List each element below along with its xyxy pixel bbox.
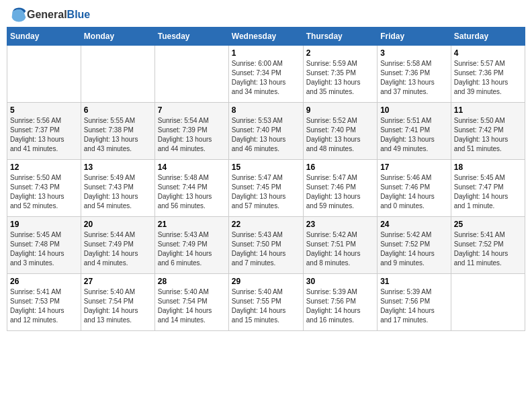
day-cell: 12Sunrise: 5:50 AM Sunset: 7:43 PM Dayli… [7, 160, 81, 217]
day-number: 5 [10, 105, 78, 115]
day-cell: 1Sunrise: 6:00 AM Sunset: 7:34 PM Daylig… [228, 46, 303, 103]
weekday-header-wednesday: Wednesday [228, 28, 303, 46]
day-number: 6 [84, 105, 152, 115]
day-cell [81, 46, 154, 103]
day-cell: 10Sunrise: 5:51 AM Sunset: 7:41 PM Dayli… [378, 103, 451, 160]
day-number: 17 [380, 163, 448, 172]
day-number: 9 [306, 105, 374, 115]
day-number: 29 [232, 277, 300, 286]
day-cell: 8Sunrise: 5:53 AM Sunset: 7:40 PM Daylig… [228, 103, 303, 160]
day-info: Sunrise: 5:42 AM Sunset: 7:52 PM Dayligh… [380, 230, 448, 268]
day-info: Sunrise: 5:50 AM Sunset: 7:42 PM Dayligh… [454, 116, 522, 154]
day-number: 20 [84, 220, 152, 229]
day-info: Sunrise: 5:59 AM Sunset: 7:35 PM Dayligh… [306, 59, 374, 97]
day-number: 27 [84, 277, 152, 286]
weekday-header-sunday: Sunday [7, 28, 81, 46]
day-cell: 6Sunrise: 5:55 AM Sunset: 7:38 PM Daylig… [81, 103, 154, 160]
day-info: Sunrise: 5:49 AM Sunset: 7:43 PM Dayligh… [84, 173, 152, 211]
page-header: GeneralBlue [7, 7, 525, 23]
day-cell: 3Sunrise: 5:58 AM Sunset: 7:36 PM Daylig… [378, 46, 451, 103]
day-number: 10 [380, 105, 448, 115]
day-number: 24 [380, 220, 448, 229]
day-info: Sunrise: 5:54 AM Sunset: 7:39 PM Dayligh… [158, 116, 226, 154]
logo-general: General [27, 9, 67, 20]
day-info: Sunrise: 5:55 AM Sunset: 7:38 PM Dayligh… [84, 116, 152, 154]
week-row-2: 5Sunrise: 5:56 AM Sunset: 7:37 PM Daylig… [7, 103, 525, 160]
day-info: Sunrise: 5:52 AM Sunset: 7:40 PM Dayligh… [306, 116, 374, 154]
day-info: Sunrise: 5:41 AM Sunset: 7:53 PM Dayligh… [10, 287, 78, 325]
week-row-3: 12Sunrise: 5:50 AM Sunset: 7:43 PM Dayli… [7, 160, 525, 217]
day-cell: 14Sunrise: 5:48 AM Sunset: 7:44 PM Dayli… [154, 160, 228, 217]
day-info: Sunrise: 5:57 AM Sunset: 7:36 PM Dayligh… [454, 59, 522, 97]
day-number: 12 [10, 163, 78, 172]
day-number: 3 [380, 48, 448, 58]
day-info: Sunrise: 5:43 AM Sunset: 7:49 PM Dayligh… [158, 230, 226, 268]
weekday-header-friday: Friday [378, 28, 451, 46]
day-number: 1 [232, 48, 300, 58]
day-number: 7 [158, 105, 226, 115]
week-row-1: 1Sunrise: 6:00 AM Sunset: 7:34 PM Daylig… [7, 46, 525, 103]
week-row-5: 26Sunrise: 5:41 AM Sunset: 7:53 PM Dayli… [7, 274, 525, 331]
day-cell: 26Sunrise: 5:41 AM Sunset: 7:53 PM Dayli… [7, 274, 81, 331]
day-number: 4 [454, 48, 522, 58]
logo: GeneralBlue [9, 7, 90, 23]
logo-blue: Blue [67, 9, 91, 20]
day-cell: 20Sunrise: 5:44 AM Sunset: 7:49 PM Dayli… [81, 217, 154, 274]
day-cell: 29Sunrise: 5:40 AM Sunset: 7:55 PM Dayli… [228, 274, 303, 331]
day-cell: 15Sunrise: 5:47 AM Sunset: 7:45 PM Dayli… [228, 160, 303, 217]
day-cell: 4Sunrise: 5:57 AM Sunset: 7:36 PM Daylig… [451, 46, 525, 103]
day-number: 31 [380, 277, 448, 286]
day-info: Sunrise: 5:41 AM Sunset: 7:52 PM Dayligh… [454, 230, 522, 268]
day-info: Sunrise: 5:40 AM Sunset: 7:54 PM Dayligh… [158, 287, 226, 325]
day-info: Sunrise: 5:39 AM Sunset: 7:56 PM Dayligh… [380, 287, 448, 325]
day-info: Sunrise: 5:40 AM Sunset: 7:55 PM Dayligh… [232, 287, 300, 325]
day-info: Sunrise: 5:56 AM Sunset: 7:37 PM Dayligh… [10, 116, 78, 154]
day-cell [7, 46, 81, 103]
day-info: Sunrise: 5:58 AM Sunset: 7:36 PM Dayligh… [380, 59, 448, 97]
day-info: Sunrise: 5:43 AM Sunset: 7:50 PM Dayligh… [232, 230, 300, 268]
day-info: Sunrise: 6:00 AM Sunset: 7:34 PM Dayligh… [232, 59, 300, 97]
weekday-header-thursday: Thursday [303, 28, 377, 46]
day-number: 28 [158, 277, 226, 286]
day-cell: 13Sunrise: 5:49 AM Sunset: 7:43 PM Dayli… [81, 160, 154, 217]
day-number: 15 [232, 163, 300, 172]
day-info: Sunrise: 5:45 AM Sunset: 7:48 PM Dayligh… [10, 230, 78, 268]
day-number: 25 [454, 220, 522, 229]
weekday-header-row: SundayMondayTuesdayWednesdayThursdayFrid… [7, 28, 525, 46]
day-cell: 25Sunrise: 5:41 AM Sunset: 7:52 PM Dayli… [451, 217, 525, 274]
weekday-header-tuesday: Tuesday [154, 28, 228, 46]
day-cell: 31Sunrise: 5:39 AM Sunset: 7:56 PM Dayli… [378, 274, 451, 331]
day-cell: 16Sunrise: 5:47 AM Sunset: 7:46 PM Dayli… [303, 160, 377, 217]
day-info: Sunrise: 5:48 AM Sunset: 7:44 PM Dayligh… [158, 173, 226, 211]
weekday-header-monday: Monday [81, 28, 154, 46]
day-cell: 18Sunrise: 5:45 AM Sunset: 7:47 PM Dayli… [451, 160, 525, 217]
day-info: Sunrise: 5:53 AM Sunset: 7:40 PM Dayligh… [232, 116, 300, 154]
day-cell: 22Sunrise: 5:43 AM Sunset: 7:50 PM Dayli… [228, 217, 303, 274]
day-info: Sunrise: 5:51 AM Sunset: 7:41 PM Dayligh… [380, 116, 448, 154]
day-info: Sunrise: 5:42 AM Sunset: 7:51 PM Dayligh… [306, 230, 374, 268]
day-number: 26 [10, 277, 78, 286]
day-cell: 19Sunrise: 5:45 AM Sunset: 7:48 PM Dayli… [7, 217, 81, 274]
day-number: 8 [232, 105, 300, 115]
day-info: Sunrise: 5:50 AM Sunset: 7:43 PM Dayligh… [10, 173, 78, 211]
calendar-table: SundayMondayTuesdayWednesdayThursdayFrid… [7, 27, 525, 331]
day-number: 16 [306, 163, 374, 172]
day-number: 22 [232, 220, 300, 229]
day-number: 18 [454, 163, 522, 172]
day-info: Sunrise: 5:39 AM Sunset: 7:56 PM Dayligh… [306, 287, 374, 325]
day-cell [154, 46, 228, 103]
day-number: 13 [84, 163, 152, 172]
logo-icon [11, 7, 27, 23]
day-number: 19 [10, 220, 78, 229]
day-cell: 11Sunrise: 5:50 AM Sunset: 7:42 PM Dayli… [451, 103, 525, 160]
day-number: 23 [306, 220, 374, 229]
day-info: Sunrise: 5:44 AM Sunset: 7:49 PM Dayligh… [84, 230, 152, 268]
day-cell: 28Sunrise: 5:40 AM Sunset: 7:54 PM Dayli… [154, 274, 228, 331]
day-number: 30 [306, 277, 374, 286]
day-cell: 17Sunrise: 5:46 AM Sunset: 7:46 PM Dayli… [378, 160, 451, 217]
day-cell: 24Sunrise: 5:42 AM Sunset: 7:52 PM Dayli… [378, 217, 451, 274]
day-cell: 7Sunrise: 5:54 AM Sunset: 7:39 PM Daylig… [154, 103, 228, 160]
week-row-4: 19Sunrise: 5:45 AM Sunset: 7:48 PM Dayli… [7, 217, 525, 274]
weekday-header-saturday: Saturday [451, 28, 525, 46]
day-cell: 2Sunrise: 5:59 AM Sunset: 7:35 PM Daylig… [303, 46, 377, 103]
